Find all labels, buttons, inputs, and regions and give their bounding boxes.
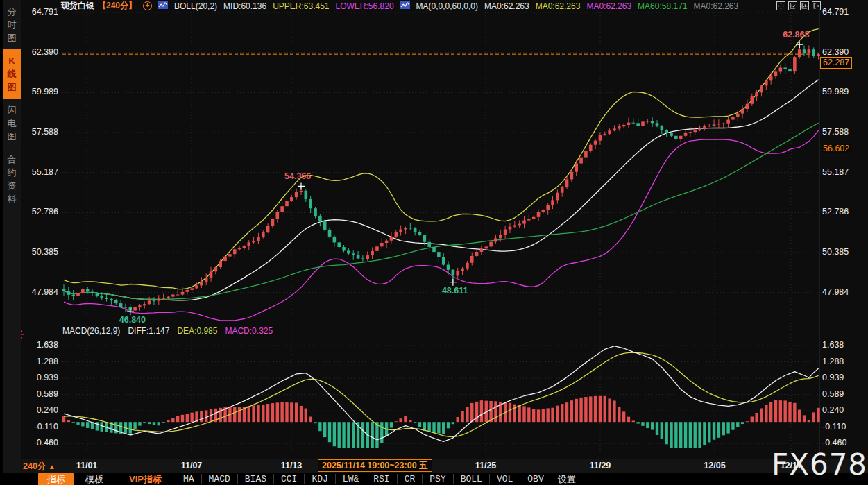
band-price-tag: 56.602 [822, 144, 851, 153]
ma-value: MA0:62.263 [484, 1, 529, 11]
tab-指标[interactable]: 指标 [38, 473, 74, 485]
price-axis-label: 50.385 [822, 247, 849, 257]
indicator-toolbar: 指标模板VIP指标 MAMACDBIASCCIKDJLW&RSICRPSYBOL… [0, 473, 868, 485]
ma-params-label: MA(0,0,0,60,0,0) [416, 1, 478, 11]
macd-axis-label: -0.460 [21, 438, 58, 448]
indicator-cr[interactable]: CR [397, 474, 423, 484]
indicator-boll[interactable]: BOLL [453, 474, 489, 484]
pop-out-icon[interactable] [812, 1, 821, 10]
ma-value: MA60:58.171 [638, 1, 687, 11]
indicator-psy[interactable]: PSY [422, 474, 452, 484]
macd-axis-label: 0.939 [21, 373, 58, 382]
period-label: 【240分】 [98, 0, 137, 12]
boll-mid-value: MID:60.136 [223, 1, 266, 11]
price-axis-label: 47.984 [21, 287, 58, 297]
macd-axis-label: 1.288 [21, 357, 58, 366]
macd-axis-label: 1.288 [822, 357, 844, 366]
crosshair-move-icon[interactable] [776, 1, 785, 10]
indicator-ma[interactable]: MA [176, 474, 201, 484]
boll-label: BOLL(20,2) [174, 1, 217, 11]
indicator-macd[interactable]: MACD [201, 474, 237, 484]
trading-app: { "header": { "symbol": "现货白银", "period"… [0, 0, 868, 485]
macd-axis-label: 0.240 [822, 405, 844, 415]
price-annotation: 48.611 [442, 286, 468, 296]
x-axis-tick: 12/05 [694, 461, 735, 470]
price-axis-label: 57.588 [822, 127, 849, 137]
indicator-rsi[interactable]: RSI [366, 474, 396, 484]
price-axis-label: 55.187 [21, 167, 58, 177]
x-axis-tick: 11/13 [271, 461, 312, 470]
price-axis-label: 55.187 [822, 167, 849, 177]
x-axis-tick: 11/25 [465, 461, 507, 470]
settings-button[interactable]: 设置 [558, 473, 576, 485]
tab-VIP指标[interactable]: VIP指标 [120, 473, 171, 485]
price-annotation: 46.840 [119, 315, 146, 325]
current-price-tag: 62.287 [820, 57, 852, 69]
macd-macd-value: MACD:0.325 [225, 326, 273, 336]
boll-upper-value: UPPER:63.451 [273, 1, 329, 11]
macd-axis-label: -0.110 [822, 422, 846, 432]
price-axis-label: 62.390 [21, 47, 58, 57]
ma-value: MA0:62.263 [536, 1, 581, 11]
period-selector[interactable]: 240分 ▲ [23, 461, 56, 473]
chart-toolbar-icons [776, 1, 821, 10]
sidebar-item-2[interactable]: K线图 [3, 49, 21, 99]
add-compare-icon[interactable]: + [143, 1, 152, 10]
x-axis-tick: 11/01 [66, 461, 108, 470]
indicator-obv[interactable]: OBV [520, 474, 550, 484]
symbol-name: 现货白银 [61, 0, 94, 12]
left-sidebar: 分时图K线图闪电图合约资料 [0, 0, 21, 485]
macd-axis-label: 1.638 [21, 340, 58, 350]
price-axis-label: 52.786 [822, 207, 849, 216]
zoom-out-icon[interactable] [788, 1, 797, 10]
macd-dea-value: DEA:0.985 [177, 326, 217, 336]
price-axis-label: 59.989 [822, 87, 849, 96]
macd-axis-label: 0.589 [822, 389, 844, 399]
x-axis-tick: 11/29 [579, 461, 621, 470]
ma-indicator-icon[interactable] [400, 1, 410, 11]
period-selector-label: 240分 [23, 461, 46, 471]
price-axis-label: 62.390 [822, 47, 849, 57]
macd-axis-label: -0.110 [21, 422, 58, 432]
macd-axis-label: 1.638 [822, 340, 844, 350]
macd-axis-label: -0.460 [822, 438, 846, 448]
indicator-cci[interactable]: CCI [273, 474, 304, 484]
boll-lower-value: LOWER:56.820 [336, 1, 394, 11]
indicator-kdj[interactable]: KDJ [304, 474, 334, 484]
x-axis-row [0, 459, 868, 474]
chart-canvas[interactable] [0, 0, 868, 485]
ma-value: MA0:62.263 [694, 1, 739, 11]
x-axis-tick: 11/07 [171, 461, 212, 470]
tab-模板[interactable]: 模板 [76, 473, 112, 485]
price-axis-label: 50.385 [21, 247, 58, 257]
sidebar-item-1[interactable]: 分时图 [3, 0, 21, 49]
price-axis-label: 59.989 [21, 87, 58, 96]
date-range-highlight: 2025/11/14 19:00~23:00 五 [318, 459, 432, 472]
ma-value: MA0:62.263 [586, 1, 631, 11]
macd-axis-label: 0.939 [822, 373, 844, 382]
price-axis-label: 47.984 [822, 287, 849, 297]
macd-axis-label: 0.589 [21, 389, 58, 399]
sidebar-item-4[interactable]: 合约资料 [3, 148, 21, 210]
price-annotation: 62.868 [783, 30, 809, 40]
zoom-in-icon[interactable] [800, 1, 809, 10]
price-axis-label: 57.588 [21, 127, 58, 137]
chevron-up-icon: ▲ [49, 463, 56, 470]
indicator-vol[interactable]: VOL [489, 474, 520, 484]
macd-axis-label: 0.240 [21, 405, 58, 415]
ma-values: MA0:62.263MA0:62.263MA0:62.263MA60:58.17… [484, 1, 738, 11]
indicator-bias[interactable]: BIAS [237, 474, 273, 484]
boll-indicator-icon[interactable] [158, 1, 168, 11]
macd-diff-value: DIFF:1.147 [128, 326, 169, 336]
fx678-watermark: FX678 [772, 448, 867, 482]
macd-params-label: MACD(26,12,9) [62, 326, 120, 336]
indicator-lw&[interactable]: LW& [335, 474, 366, 484]
price-axis-label: 52.786 [21, 207, 58, 216]
price-axis-label: 64.791 [21, 7, 58, 17]
price-annotation: 54.366 [284, 171, 311, 181]
macd-header: MACD(26,12,9) DIFF:1.147 DEA:0.985 MACD:… [62, 326, 273, 336]
chart-header: 现货白银 【240分】 + BOLL(20,2) MID:60.136 UPPE… [61, 0, 738, 12]
sidebar-item-3[interactable]: 闪电图 [3, 99, 21, 148]
price-axis-label: 64.791 [822, 7, 849, 17]
